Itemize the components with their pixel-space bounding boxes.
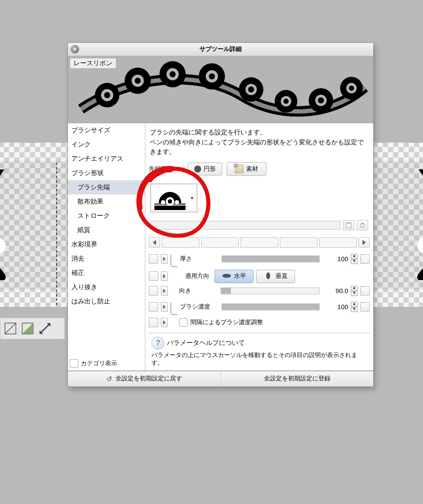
sidebar-item-antialias[interactable]: アンチエイリアス xyxy=(68,152,145,166)
param-showbtn[interactable] xyxy=(149,318,158,327)
sidebar-item-brush-size[interactable]: ブラシサイズ xyxy=(68,123,145,137)
dir-vertical-button[interactable]: 垂直 xyxy=(256,270,295,283)
category-show-label: カテゴリ表示 xyxy=(81,360,117,367)
orientation-spinner[interactable]: ▲▼ xyxy=(351,286,358,296)
thickness-label: 厚さ xyxy=(180,255,219,263)
tip-thumbnail-area: ▾ xyxy=(149,178,370,236)
hardness-prev[interactable] xyxy=(149,237,160,248)
sidebar-item-stroke[interactable]: ストローク xyxy=(68,209,145,223)
hardness-seg[interactable] xyxy=(319,237,357,248)
bottom-toolbar xyxy=(0,318,65,339)
tip-thumbnail[interactable]: ▾ xyxy=(151,184,197,212)
density-slider[interactable] xyxy=(221,303,320,310)
apply-dir-row: 適用方向 水平 垂直 xyxy=(149,268,370,284)
param-expand[interactable] xyxy=(161,254,168,264)
svg-point-2 xyxy=(0,237,6,254)
bg-lace-right xyxy=(384,169,423,281)
density-spinner[interactable]: ▲▼ xyxy=(351,302,358,312)
density-label: ブラシ濃度 xyxy=(180,303,219,311)
param-expand[interactable] xyxy=(161,271,168,281)
hardness-seg[interactable] xyxy=(201,237,239,248)
sidebar-item-paper[interactable]: 紙質 xyxy=(68,223,145,237)
tool-icon-3[interactable] xyxy=(38,321,52,336)
hardness-seg[interactable] xyxy=(280,237,317,248)
hardness-seg[interactable] xyxy=(162,237,199,248)
sidebar-item-ink[interactable]: インク xyxy=(68,137,145,152)
vertical-icon xyxy=(263,272,273,281)
panel-title: サブツール詳細 xyxy=(199,45,242,53)
register-defaults-button[interactable]: 全設定を初期設定に登録 xyxy=(221,371,374,386)
panel-titlebar[interactable]: ✕ サブツール詳細 xyxy=(68,43,373,56)
sidebar-item-watercolor[interactable]: 水彩境界 xyxy=(68,237,145,252)
thickness-row: 厚さ 100 ▲▼ xyxy=(149,249,370,268)
hardness-next[interactable] xyxy=(359,237,370,248)
param-expand[interactable] xyxy=(161,286,168,296)
gap-adjust-checkbox[interactable] xyxy=(179,318,188,327)
svg-rect-37 xyxy=(154,206,186,210)
panel-footer: ↺ 全設定を初期設定に戻す 全設定を初期設定に登録 xyxy=(68,371,373,386)
category-sidebar: ブラシサイズ インク アンチエイリアス ブラシ形状 ブラシ先端 散布効果 ストロ… xyxy=(68,123,145,370)
svg-point-6 xyxy=(417,237,423,254)
svg-line-12 xyxy=(40,324,50,333)
brush-preview: レースリボン xyxy=(68,56,373,123)
close-icon[interactable]: ✕ xyxy=(70,45,79,54)
thickness-spinner[interactable]: ▲▼ xyxy=(351,254,358,264)
tip-list-bar[interactable] xyxy=(151,221,340,230)
param-showbtn[interactable] xyxy=(149,286,158,296)
param-showbtn[interactable] xyxy=(149,302,158,312)
help-box: ? パラメータヘルプについて パラメータの上にマウスカーソルを移動するとその項目… xyxy=(149,333,370,370)
svg-marker-11 xyxy=(22,323,33,334)
orientation-slider[interactable] xyxy=(221,287,320,294)
tip-menu-icon[interactable]: ▾ xyxy=(188,195,196,201)
svg-point-30 xyxy=(135,78,141,84)
tip-shape-material-button[interactable]: 素材 xyxy=(227,162,266,176)
content-area: ブラシの先端に関する設定を行います。 ペンの傾きや向きによってブラシ先端の形状を… xyxy=(145,123,373,370)
sidebar-item-taper[interactable]: 入り抜き xyxy=(68,280,145,294)
reset-defaults-button[interactable]: ↺ 全設定を初期設定に戻す xyxy=(68,371,221,386)
sidebar-item-correction[interactable]: 補正 xyxy=(68,266,145,280)
thickness-dyn[interactable] xyxy=(360,254,370,264)
sidebar-item-brush-tip[interactable]: ブラシ先端 xyxy=(68,180,145,195)
subtool-detail-panel: ✕ サブツール詳細 レースリボン ブラシ xyxy=(67,42,374,387)
orientation-value: 90.0 xyxy=(322,287,348,294)
add-tip-icon[interactable] xyxy=(343,220,354,230)
tool-icon-2[interactable] xyxy=(20,321,35,336)
category-show-checkbox[interactable] xyxy=(70,359,78,368)
svg-line-9 xyxy=(5,323,16,334)
reset-icon: ↺ xyxy=(106,375,112,383)
dir-horizontal-button[interactable]: 水平 xyxy=(215,270,253,283)
sidebar-item-overflow[interactable]: はみ出し防止 xyxy=(68,294,145,309)
material-icon xyxy=(235,165,244,173)
density-value: 100 xyxy=(322,303,348,310)
svg-point-44 xyxy=(222,274,231,278)
svg-point-45 xyxy=(266,272,270,279)
delete-tip-icon[interactable] xyxy=(357,220,368,230)
sidebar-item-brush-shape[interactable]: ブラシ形状 xyxy=(68,166,145,180)
help-icon: ? xyxy=(151,337,164,350)
tool-icon-1[interactable] xyxy=(3,321,18,336)
sidebar-item-scatter[interactable]: 散布効果 xyxy=(68,195,145,209)
horizontal-icon xyxy=(222,272,231,281)
svg-point-31 xyxy=(170,71,176,77)
density-dyn[interactable] xyxy=(360,302,370,312)
gap-adjust-row: 間隔によるブラシ濃度調整 xyxy=(149,316,370,329)
tip-shape-circle-button[interactable]: 円形 xyxy=(188,163,222,175)
param-showbtn[interactable] xyxy=(149,271,158,281)
svg-point-40 xyxy=(168,199,172,204)
orientation-dyn[interactable] xyxy=(360,286,370,296)
param-showbtn[interactable] xyxy=(149,254,158,264)
svg-point-35 xyxy=(318,97,324,103)
circle-icon xyxy=(194,166,201,172)
category-show: カテゴリ表示 xyxy=(68,357,145,370)
thickness-slider[interactable] xyxy=(221,255,320,262)
sidebar-item-erase[interactable]: 消去 xyxy=(68,252,145,266)
brush-name-tag: レースリボン xyxy=(70,58,116,69)
gap-adjust-label: 間隔によるブラシ濃度調整 xyxy=(190,319,263,326)
param-expand[interactable] xyxy=(161,302,168,312)
tip-shape-row: 先端形状 円形 素材 xyxy=(149,160,370,178)
hardness-seg[interactable] xyxy=(240,237,278,248)
density-row: ブラシ濃度 100 ▲▼ xyxy=(149,297,370,316)
svg-point-41 xyxy=(161,200,165,204)
param-expand[interactable] xyxy=(161,318,168,327)
orientation-row: 向き 90.0 ▲▼ xyxy=(149,284,370,297)
